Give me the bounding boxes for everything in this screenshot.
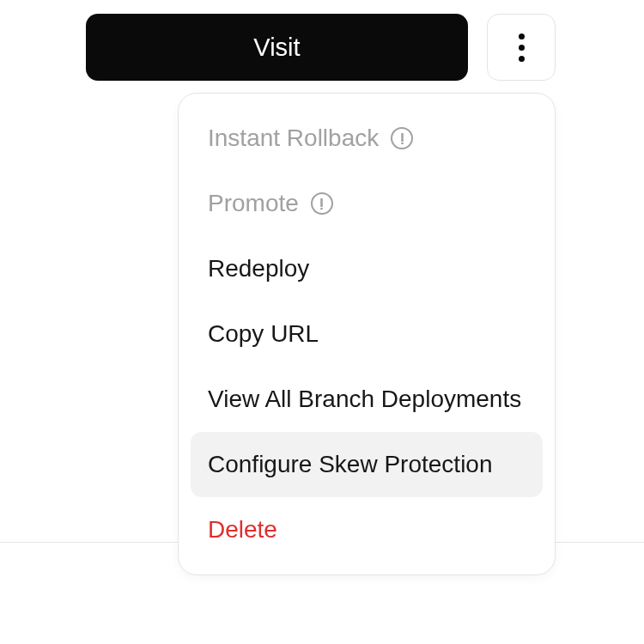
- visit-button[interactable]: Visit: [86, 14, 468, 81]
- info-icon: i: [311, 192, 333, 215]
- actions-menu: Instant Rollback i Promote i Redeploy Co…: [178, 93, 556, 575]
- more-actions-button[interactable]: [487, 14, 556, 81]
- menu-item-promote[interactable]: Promote i: [191, 171, 543, 236]
- menu-item-delete[interactable]: Delete: [191, 497, 543, 562]
- menu-item-copy-url[interactable]: Copy URL: [191, 301, 543, 367]
- menu-item-view-all-branch-deployments[interactable]: View All Branch Deployments: [191, 367, 543, 432]
- more-vertical-icon: [519, 33, 525, 62]
- menu-item-label: Promote: [208, 190, 299, 217]
- menu-item-label: Redeploy: [208, 255, 309, 283]
- menu-item-label: Instant Rollback: [208, 125, 379, 152]
- menu-item-label: Configure Skew Protection: [208, 451, 493, 478]
- menu-item-label: Copy URL: [208, 320, 319, 348]
- menu-item-label: Delete: [208, 516, 277, 544]
- menu-item-redeploy[interactable]: Redeploy: [191, 236, 543, 301]
- menu-item-label: View All Branch Deployments: [208, 386, 521, 413]
- info-icon: i: [391, 127, 413, 149]
- menu-item-instant-rollback[interactable]: Instant Rollback i: [191, 106, 543, 171]
- toolbar: Visit: [86, 14, 556, 81]
- menu-item-configure-skew-protection[interactable]: Configure Skew Protection: [191, 432, 543, 497]
- visit-button-label: Visit: [253, 33, 300, 62]
